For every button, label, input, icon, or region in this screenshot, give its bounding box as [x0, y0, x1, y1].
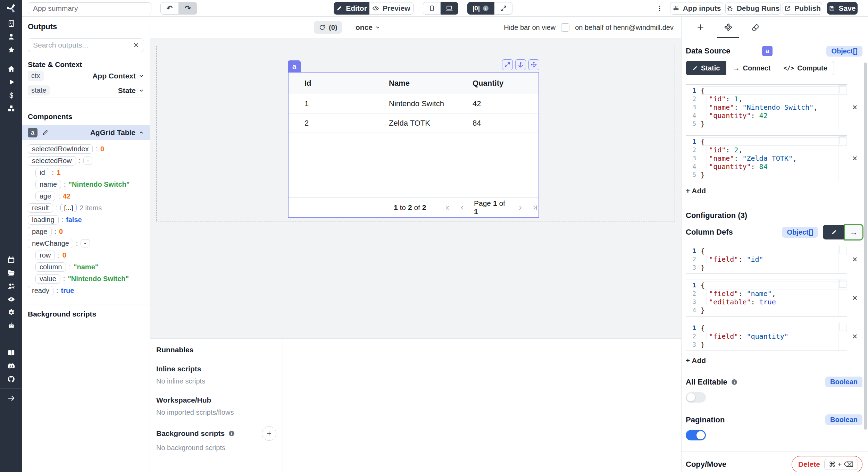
output-row-row[interactable]: row:0 [28, 249, 144, 261]
json-editor[interactable]: 123{ "field": "quantity"} [686, 322, 847, 351]
first-page-button[interactable] [444, 204, 451, 211]
output-key[interactable]: newChange [28, 239, 73, 248]
output-row-id[interactable]: id:1 [28, 167, 144, 178]
table-row[interactable]: 2Zelda TOTK84 [289, 113, 539, 133]
edit-column-defs-button[interactable] [823, 225, 845, 239]
json-editor[interactable]: 1234{ "field": "name", "editable": true} [686, 279, 847, 317]
connect-mode-button[interactable]: →Connect [726, 61, 777, 75]
remove-item-button[interactable]: × [847, 293, 862, 303]
app-summary-input[interactable] [28, 2, 151, 14]
remove-item-button[interactable]: × [847, 153, 862, 163]
delete-component-button[interactable]: Delete ⌘ + ⌫ [792, 456, 862, 472]
output-row-column[interactable]: column:"name" [28, 261, 144, 273]
pagination-toggle[interactable] [686, 430, 706, 440]
output-key[interactable]: value [35, 274, 60, 284]
save-button[interactable]: Save [827, 2, 858, 15]
fullscreen-button[interactable] [494, 2, 512, 15]
calendar-icon[interactable] [0, 253, 22, 266]
remove-item-button[interactable]: × [847, 331, 862, 342]
output-row-newChange[interactable]: newChange:- [28, 237, 144, 249]
output-key[interactable]: column [35, 262, 66, 272]
output-row-ready[interactable]: ready:true [28, 285, 144, 296]
eye-icon[interactable] [0, 293, 22, 306]
user-icon[interactable] [0, 30, 22, 43]
folder-icon[interactable] [0, 266, 22, 279]
json-editor[interactable]: 12345{ "id": 2, "name": "Zelda TOTK", "q… [686, 135, 847, 181]
redo-button[interactable]: ↷ [179, 2, 197, 15]
book-icon[interactable] [0, 346, 22, 359]
boxes-icon[interactable] [0, 102, 22, 115]
compute-mode-button[interactable]: </>Compute [777, 61, 834, 75]
data-source-type-badge[interactable]: Object[] [826, 46, 862, 57]
output-key[interactable]: name [35, 180, 61, 189]
static-mode-button[interactable]: Static [686, 61, 726, 75]
app-canvas[interactable]: a IdNameQuantity 1Nintendo Switch422Zeld… [150, 38, 681, 338]
next-page-button[interactable] [517, 204, 524, 211]
json-editor[interactable]: 12345{ "id": 1, "name": "Nintendo Switch… [686, 84, 847, 130]
pagination-type-badge[interactable]: Boolean [825, 414, 862, 425]
anchor-component-button[interactable] [515, 59, 526, 70]
component-row-aggrid[interactable]: a AgGrid Table [22, 125, 150, 140]
app-inputs-button[interactable]: App inputs [670, 2, 723, 15]
output-key[interactable]: result [28, 203, 53, 213]
star-icon[interactable] [0, 43, 22, 56]
debug-runs-button[interactable]: Debug Runs [725, 2, 781, 15]
refresh-all-button[interactable]: (0) [314, 21, 342, 34]
desktop-view-button[interactable] [441, 2, 458, 15]
play-icon[interactable] [0, 75, 22, 88]
remove-item-button[interactable]: × [847, 254, 862, 264]
move-component-button[interactable] [528, 59, 539, 70]
output-key[interactable]: age [35, 192, 55, 201]
tab-settings[interactable] [714, 17, 742, 38]
add-column-def-button[interactable]: + Add [686, 356, 706, 365]
more-menu-button[interactable] [656, 2, 664, 15]
editor-mode-button[interactable]: Editor [334, 2, 369, 15]
remove-item-button[interactable]: × [847, 102, 862, 112]
output-row-page[interactable]: page:0 [28, 226, 144, 237]
zoom-reset-button[interactable]: |0| [467, 2, 494, 15]
users-gear-icon[interactable] [0, 279, 22, 293]
github-icon[interactable] [0, 372, 22, 386]
output-key[interactable]: page [28, 227, 52, 236]
output-row-age[interactable]: age:42 [28, 190, 144, 202]
add-data-source-item-button[interactable]: + Add [686, 187, 706, 195]
edit-id-icon[interactable] [42, 129, 49, 136]
home-icon[interactable] [0, 62, 22, 75]
schedule-dropdown[interactable]: once [356, 21, 381, 34]
output-key[interactable]: id [35, 168, 49, 177]
output-key[interactable]: selectedRowIndex [28, 144, 93, 154]
prev-page-button[interactable] [459, 204, 466, 211]
expand-component-button[interactable] [502, 59, 513, 70]
windmill-logo[interactable] [0, 0, 22, 17]
column-header[interactable]: Name [373, 79, 457, 88]
output-row-selectedRow[interactable]: selectedRow:- [28, 155, 144, 167]
aggrid-table-component[interactable]: a IdNameQuantity 1Nintendo Switch422Zeld… [288, 72, 539, 218]
connect-column-defs-button[interactable]: → [845, 225, 862, 239]
output-key[interactable]: ready [28, 286, 53, 295]
discord-icon[interactable] [0, 359, 22, 372]
tab-styling[interactable] [742, 17, 770, 38]
dollar-icon[interactable] [0, 88, 22, 102]
building-icon[interactable] [0, 17, 22, 30]
output-row-value[interactable]: value:"Nintendo Switch" [28, 273, 144, 285]
all-editable-type-badge[interactable]: Boolean [825, 377, 862, 387]
column-header[interactable]: Id [289, 79, 373, 88]
column-header[interactable]: Quantity [457, 79, 539, 88]
preview-mode-button[interactable]: Preview [369, 2, 414, 15]
output-row-name[interactable]: name:"Nintendo Switch" [28, 178, 144, 190]
output-row-loading[interactable]: loading:false [28, 214, 144, 226]
tab-insert[interactable] [686, 17, 714, 38]
add-background-script-button[interactable] [262, 426, 276, 441]
search-outputs-input[interactable] [32, 41, 133, 50]
hide-bar-checkbox[interactable] [561, 23, 569, 32]
ctx-row[interactable]: ctx App Context [28, 69, 144, 83]
right-panel-scrollbar[interactable] [864, 62, 867, 430]
mobile-view-button[interactable] [423, 2, 441, 15]
publish-button[interactable]: Publish [783, 2, 822, 15]
json-editor[interactable]: 123{ "field": "id"} [686, 245, 847, 274]
column-defs-type-badge[interactable]: Object[] [782, 227, 818, 238]
output-row-selectedRowIndex[interactable]: selectedRowIndex:0 [28, 143, 144, 155]
all-editable-toggle[interactable] [686, 392, 706, 403]
clear-search-icon[interactable] [133, 42, 140, 49]
output-row-result[interactable]: result:[...]2 items [28, 202, 144, 214]
